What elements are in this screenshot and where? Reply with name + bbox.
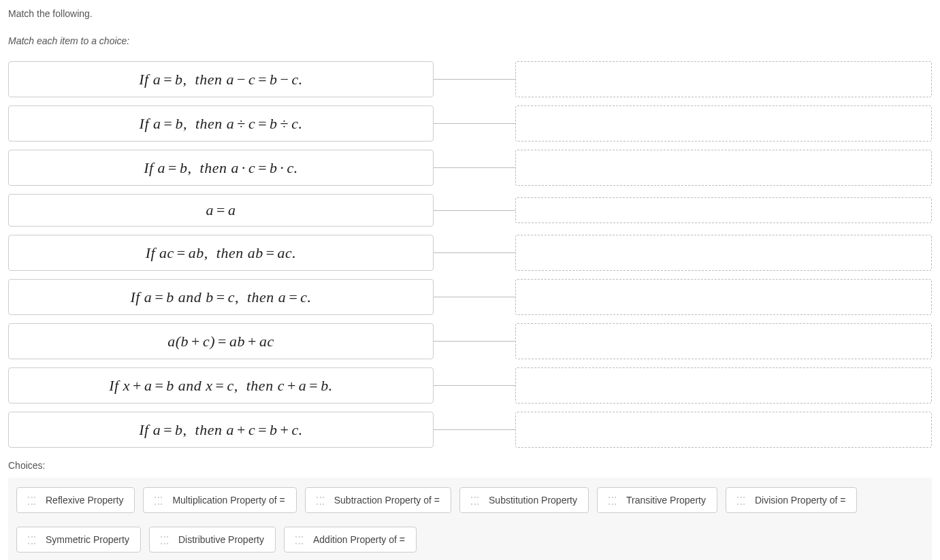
prompt-box: If ac=ab, then ab=ac. xyxy=(8,235,434,271)
prompt-box: If a=b, then a÷c=b÷c. xyxy=(8,105,434,142)
prompt-box: If x+a=b and x=c, then c+a=b. xyxy=(8,367,434,403)
choices-label: Choices: xyxy=(8,460,932,471)
drag-handle-icon xyxy=(25,498,39,502)
choice-label: Substitution Property xyxy=(489,495,577,506)
connector-line xyxy=(434,252,515,253)
drop-zone[interactable] xyxy=(515,323,932,359)
choice-chip[interactable]: Subtraction Property of = xyxy=(305,487,451,513)
choice-chip[interactable]: Distributive Property xyxy=(149,527,276,553)
connector-line xyxy=(434,385,515,386)
prompt-box: If a=b and b=c, then a=c. xyxy=(8,279,434,315)
question-heading: Match the following. xyxy=(8,8,932,19)
choice-chip[interactable]: Transitive Property xyxy=(597,487,717,513)
prompt-box: a(b+c)=ab+ac xyxy=(8,323,434,359)
drag-handle-icon xyxy=(25,538,39,542)
question-subheading: Match each item to a choice: xyxy=(8,35,932,46)
prompt-box: If a=b, then a−c=b−c. xyxy=(8,61,434,97)
drag-handle-icon xyxy=(158,538,172,542)
drag-handle-icon xyxy=(734,498,748,502)
choice-label: Transitive Property xyxy=(626,495,706,506)
drag-handle-icon xyxy=(293,538,306,542)
choices-tray: Reflexive PropertyMultiplication Propert… xyxy=(8,478,932,560)
prompt-box: a=a xyxy=(8,194,434,227)
drop-zone[interactable] xyxy=(515,367,932,403)
drag-handle-icon xyxy=(468,498,482,502)
choice-chip[interactable]: Division Property of = xyxy=(726,487,857,513)
choice-label: Division Property of = xyxy=(755,495,845,506)
connector-line xyxy=(434,123,515,124)
choice-chip[interactable]: Addition Property of = xyxy=(284,527,417,553)
match-row: a=a xyxy=(8,194,932,227)
match-row: If a=b, then a−c=b−c. xyxy=(8,61,932,97)
connector-line xyxy=(434,79,515,80)
connector-line xyxy=(434,297,515,297)
prompt-box: If a=b, then a+c=b+c. xyxy=(8,412,434,448)
connector-line xyxy=(434,429,515,430)
prompt-box: If a=b, then a·c=b·c. xyxy=(8,150,434,186)
choice-label: Subtraction Property of = xyxy=(334,495,440,506)
match-row: If a=b and b=c, then a=c. xyxy=(8,279,932,315)
drag-handle-icon xyxy=(152,498,165,502)
choice-chip[interactable]: Multiplication Property of = xyxy=(143,487,296,513)
drop-zone[interactable] xyxy=(515,235,932,271)
match-row: If a=b, then a+c=b+c. xyxy=(8,412,932,448)
match-rows-container: If a=b, then a−c=b−c.If a=b, then a÷c=b÷… xyxy=(8,61,932,448)
drop-zone[interactable] xyxy=(515,150,932,186)
connector-line xyxy=(434,210,515,211)
choice-label: Symmetric Property xyxy=(46,534,129,545)
drag-handle-icon xyxy=(606,498,619,502)
drop-zone[interactable] xyxy=(515,61,932,97)
drop-zone[interactable] xyxy=(515,105,932,142)
connector-line xyxy=(434,341,515,342)
match-row: If a=b, then a÷c=b÷c. xyxy=(8,105,932,142)
drop-zone[interactable] xyxy=(515,412,932,448)
choice-label: Addition Property of = xyxy=(313,534,405,545)
match-row: If a=b, then a·c=b·c. xyxy=(8,150,932,186)
choice-chip[interactable]: Symmetric Property xyxy=(16,527,141,553)
choice-label: Reflexive Property xyxy=(46,495,123,506)
match-row: a(b+c)=ab+ac xyxy=(8,323,932,359)
match-row: If ac=ab, then ab=ac. xyxy=(8,235,932,271)
choice-chip[interactable]: Substitution Property xyxy=(459,487,589,513)
drop-zone[interactable] xyxy=(515,279,932,315)
choice-chip[interactable]: Reflexive Property xyxy=(16,487,135,513)
choice-label: Multiplication Property of = xyxy=(172,495,285,506)
drop-zone[interactable] xyxy=(515,197,932,223)
drag-handle-icon xyxy=(314,498,327,502)
match-row: If x+a=b and x=c, then c+a=b. xyxy=(8,367,932,403)
connector-line xyxy=(434,167,515,168)
choice-label: Distributive Property xyxy=(178,534,264,545)
